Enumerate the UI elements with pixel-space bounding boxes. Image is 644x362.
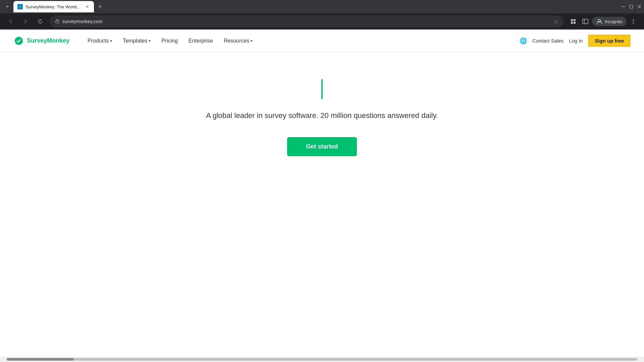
svg-rect-1: [622, 6, 625, 7]
extensions-button[interactable]: [568, 16, 579, 27]
logo-text: SurveyMonkey: [27, 37, 69, 44]
globe-icon[interactable]: 🌐: [520, 37, 527, 45]
hero-subtitle: A global leader in survey software. 20 m…: [206, 110, 438, 121]
svg-rect-8: [571, 22, 573, 24]
browser-toolbar: surveymonkey.com ☆: [0, 13, 644, 29]
back-button[interactable]: [5, 16, 16, 27]
nav-links: Products ▾ Templates ▾ Pricing Enterpris…: [83, 35, 520, 47]
contact-sales-link[interactable]: Contact Sales: [532, 38, 564, 44]
tab-title: SurveyMonkey: The World's M...: [25, 4, 82, 9]
hero-accent-bar: [321, 79, 323, 99]
svg-rect-7: [574, 19, 576, 21]
address-bar[interactable]: surveymonkey.com ☆: [50, 15, 564, 27]
window-controls: [621, 5, 641, 9]
maximize-button[interactable]: [629, 5, 633, 9]
reload-button[interactable]: [35, 16, 46, 27]
tab-list-button[interactable]: [3, 2, 12, 11]
close-button[interactable]: [637, 5, 641, 9]
menu-button[interactable]: [628, 16, 639, 27]
nav-enterprise[interactable]: Enterprise: [184, 35, 218, 47]
svg-rect-9: [574, 22, 576, 24]
logo[interactable]: SurveyMonkey: [13, 36, 69, 46]
scrollbar-track: [7, 358, 637, 361]
new-tab-button[interactable]: +: [95, 2, 105, 11]
hero-section: A global leader in survey software. 20 m…: [0, 52, 644, 183]
login-button[interactable]: Log in: [569, 38, 583, 44]
navbar: SurveyMonkey Products ▾ Templates ▾ Pric…: [0, 29, 644, 52]
active-tab[interactable]: SurveyMonkey: The World's M... ✕: [13, 1, 94, 12]
signup-button[interactable]: Sign up free: [588, 35, 631, 47]
sidebar-button[interactable]: [580, 16, 591, 27]
svg-point-15: [633, 23, 634, 24]
forward-button[interactable]: [20, 16, 31, 27]
url-display: surveymonkey.com: [62, 19, 551, 24]
incognito-indicator: Incognito: [592, 17, 627, 26]
toolbar-actions: Incognito: [568, 16, 639, 27]
browser-chrome: SurveyMonkey: The World's M... ✕ +: [0, 0, 644, 29]
browser-title-bar: SurveyMonkey: The World's M... ✕ +: [0, 0, 644, 13]
products-chevron-icon: ▾: [110, 39, 112, 43]
resources-chevron-icon: ▾: [251, 39, 253, 43]
svg-point-14: [633, 21, 634, 22]
get-started-button[interactable]: Get started: [287, 137, 357, 156]
minimize-button[interactable]: [621, 5, 625, 9]
tab-close-button[interactable]: ✕: [85, 4, 90, 9]
templates-chevron-icon: ▾: [149, 39, 151, 43]
lock-icon: [55, 19, 60, 24]
nav-actions: 🌐 Contact Sales Log in Sign up free: [520, 35, 631, 47]
horizontal-scrollbar[interactable]: [0, 357, 644, 362]
nav-templates[interactable]: Templates ▾: [118, 35, 155, 47]
nav-products[interactable]: Products ▾: [83, 35, 117, 47]
bookmark-icon[interactable]: ☆: [554, 18, 558, 25]
website-content: SurveyMonkey Products ▾ Templates ▾ Pric…: [0, 29, 644, 357]
tab-favicon: [17, 4, 23, 9]
svg-rect-2: [630, 5, 633, 8]
nav-resources[interactable]: Resources ▾: [219, 35, 257, 47]
svg-point-13: [633, 19, 634, 20]
incognito-label: Incognito: [605, 19, 623, 24]
tab-bar: SurveyMonkey: The World's M... ✕ +: [3, 1, 105, 12]
svg-point-0: [19, 5, 22, 8]
svg-rect-6: [571, 19, 573, 21]
svg-rect-10: [583, 19, 588, 24]
scrollbar-thumb[interactable]: [7, 358, 74, 361]
svg-rect-5: [56, 21, 59, 23]
nav-pricing[interactable]: Pricing: [157, 35, 182, 47]
